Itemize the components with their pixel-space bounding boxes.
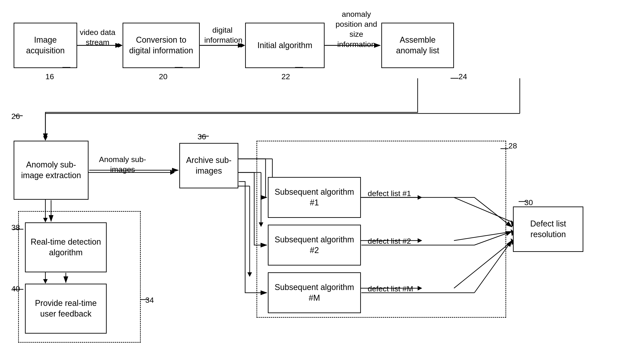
image-acquisition-label: Image acquisition xyxy=(17,35,74,56)
label-26: 26 xyxy=(11,111,20,121)
subsequent2-box: Subsequent algorithm #2 xyxy=(268,225,361,265)
label-defect2: defect list #2 xyxy=(368,236,422,246)
label-28: 28 xyxy=(509,141,517,151)
svg-marker-22 xyxy=(247,272,252,277)
initial-algorithm-box: Initial algorithm xyxy=(245,23,325,68)
archive-subimages-label: Archive sub-images xyxy=(182,155,235,176)
conversion-label: Conversion to digital information xyxy=(125,35,197,56)
defect-resolution-label: Defect list resolution xyxy=(516,218,580,240)
subsequentM-box: Subsequent algorithm #M xyxy=(268,272,361,313)
image-acquisition-box: Image acquisition xyxy=(14,23,77,68)
anomaly-subimage-label: Anomoly sub-image extraction xyxy=(17,160,85,181)
subsequentM-label: Subsequent algorithm #M xyxy=(271,282,358,303)
label-anomaly-subimages: Anomaly sub-images xyxy=(98,154,148,174)
label-24: 24 xyxy=(459,72,467,81)
conversion-box: Conversion to digital information xyxy=(122,23,200,68)
svg-marker-11 xyxy=(170,170,175,175)
archive-subimages-box: Archive sub-images xyxy=(179,143,238,188)
label-30: 30 xyxy=(524,197,533,207)
assemble-anomaly-box: Assemble anomaly list xyxy=(381,23,454,68)
initial-algorithm-label: Initial algorithm xyxy=(257,40,312,51)
subsequent2-label: Subsequent algorithm #2 xyxy=(271,234,358,256)
realtime-detection-label: Real-time detection algorithm xyxy=(28,237,104,258)
label-defect1: defect list #1 xyxy=(368,188,422,198)
provide-feedback-box: Provide real-time user feedback xyxy=(25,284,107,334)
assemble-anomaly-label: Assemble anomaly list xyxy=(384,35,451,56)
label-digital-info: digital information xyxy=(204,25,241,45)
label-22: 22 xyxy=(281,72,290,81)
label-16: 16 xyxy=(45,72,54,81)
svg-marker-1 xyxy=(118,43,122,48)
label-video-data: video data stream xyxy=(79,27,116,47)
label-34: 34 xyxy=(145,295,154,305)
label-20: 20 xyxy=(159,72,167,81)
anomaly-subimage-box: Anomoly sub-image extraction xyxy=(14,141,88,200)
diagram: Image acquisition 16 video data stream C… xyxy=(0,0,626,364)
defect-resolution-box: Defect list resolution xyxy=(513,207,583,252)
label-40: 40 xyxy=(11,284,20,294)
label-anomaly-pos: anomaly position and size information xyxy=(331,9,381,49)
label-38: 38 xyxy=(11,222,20,232)
realtime-detection-box: Real-time detection algorithm xyxy=(25,222,107,272)
provide-feedback-label: Provide real-time user feedback xyxy=(28,298,104,319)
label-defectM: defect list #M xyxy=(368,284,422,294)
subsequent1-box: Subsequent algorithm #1 xyxy=(268,177,361,218)
subsequent1-label: Subsequent algorithm #1 xyxy=(271,187,358,208)
svg-marker-9 xyxy=(43,136,48,141)
label-36: 36 xyxy=(197,132,206,142)
